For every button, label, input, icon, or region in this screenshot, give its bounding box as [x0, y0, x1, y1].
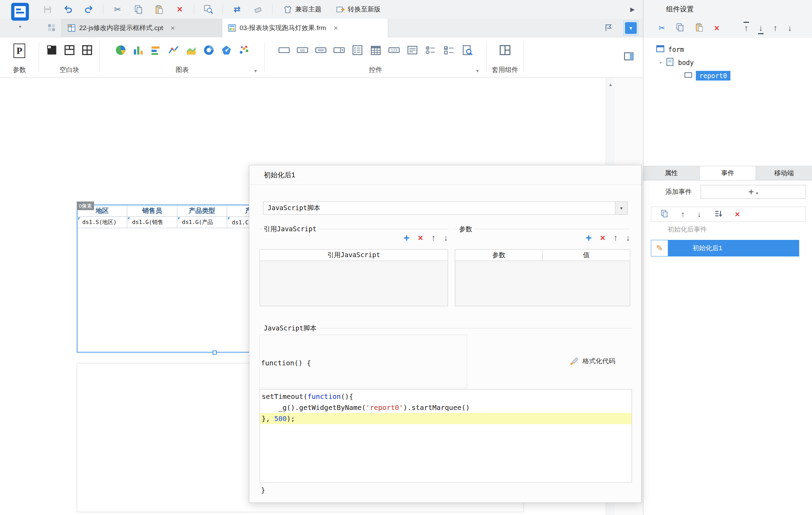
move-down-icon[interactable]: ↓: [444, 234, 448, 242]
tree-node-report0[interactable]: report0: [643, 69, 812, 82]
move-to-bottom-icon[interactable]: ↓: [759, 24, 763, 32]
tab-close-icon[interactable]: ×: [334, 24, 338, 32]
data-cell-product-type[interactable]: ds1.G(产品: [177, 217, 227, 228]
js-reference-table[interactable]: 引用JavaScript: [260, 249, 448, 306]
save-button[interactable]: [41, 2, 54, 17]
tab-mobile[interactable]: 移动端: [756, 166, 812, 180]
move-down-icon[interactable]: ↓: [697, 210, 701, 218]
number-widget-button[interactable]: 123: [388, 44, 400, 58]
scroll-up-icon[interactable]: ▲: [608, 82, 613, 87]
move-up-icon[interactable]: ↑: [614, 234, 618, 242]
params-table[interactable]: 参数 值: [455, 249, 630, 306]
add-event-button[interactable]: + ▾: [701, 185, 806, 199]
file-list-button[interactable]: [47, 23, 56, 34]
move-to-top-icon[interactable]: ↑: [744, 24, 748, 32]
cut-button[interactable]: ✂: [111, 2, 124, 17]
sort-icon[interactable]: [713, 209, 722, 220]
column-chart-button[interactable]: [132, 44, 144, 58]
header-cell-product-type[interactable]: 产品类型: [177, 205, 227, 217]
block-resize-handle[interactable]: [213, 350, 217, 355]
cut-icon[interactable]: ✂: [659, 24, 665, 33]
delete-icon[interactable]: ×: [600, 233, 605, 242]
data-cell-salesperson[interactable]: ds1.G(销售: [127, 217, 177, 228]
tree-node-body[interactable]: ▾ body: [643, 56, 812, 69]
tab-properties[interactable]: 属性: [643, 166, 700, 180]
apply-component-button[interactable]: [499, 44, 511, 58]
event-type-select[interactable]: JavaScript脚本 ▾: [263, 202, 628, 215]
area-chart-button[interactable]: [185, 44, 197, 58]
date-widget-button[interactable]: [370, 44, 382, 58]
undo-button[interactable]: [62, 2, 75, 17]
move-down-icon[interactable]: ↓: [788, 24, 792, 32]
gauge-chart-button[interactable]: [221, 44, 232, 58]
tab-frm-file[interactable]: 03-报表块实现跑马灯效果.frm ×: [222, 19, 388, 37]
toolbar-expand-button[interactable]: ▼: [623, 20, 638, 36]
copy-event-icon[interactable]: [660, 209, 669, 219]
move-up-icon[interactable]: ↑: [773, 24, 777, 32]
code-line-3-active[interactable]: }, 500);: [260, 413, 632, 424]
header-cell-salesperson[interactable]: 销售员: [127, 205, 177, 217]
code-token: },: [262, 414, 274, 423]
eraser-icon: [253, 5, 263, 14]
donut-chart-button[interactable]: [203, 44, 215, 58]
scatter-chart-button[interactable]: [238, 44, 250, 58]
convert-new-version-button[interactable]: 转换至新版: [333, 2, 384, 17]
textarea-widget-button[interactable]: [406, 44, 419, 58]
chart-group-expand-icon[interactable]: ▾: [254, 68, 257, 74]
float-window-button[interactable]: [604, 23, 613, 34]
compat-theme-button[interactable]: 兼容主题: [280, 2, 325, 17]
tab-label: 22-js修改内容提示框样式.cpt: [79, 24, 163, 32]
chevron-down-icon[interactable]: ▾: [615, 202, 627, 214]
clear-format-button[interactable]: [251, 2, 264, 17]
tab-cpt-file[interactable]: 22-js修改内容提示框样式.cpt ×: [62, 19, 222, 37]
delete-event-icon[interactable]: ×: [735, 209, 740, 219]
delete-button[interactable]: ×: [173, 2, 186, 17]
tab-close-icon[interactable]: ×: [171, 24, 175, 32]
code-line-2[interactable]: _g().getWidgetByName('report0').startMar…: [260, 402, 632, 413]
tree-collapse-icon[interactable]: ▾: [659, 60, 662, 65]
paste-button[interactable]: [152, 2, 166, 17]
move-up-icon[interactable]: ↑: [681, 210, 685, 218]
event-list-item-selected[interactable]: ✎ 初始化后1: [651, 240, 799, 256]
bar-chart-button[interactable]: [150, 44, 162, 58]
add-icon[interactable]: +: [586, 233, 592, 243]
radio-group-widget-button[interactable]: [424, 44, 437, 58]
js-reference-table-header: 引用JavaScript: [260, 250, 448, 261]
absolute-block-button[interactable]: [81, 44, 93, 58]
checkbox-group-widget-button[interactable]: [443, 44, 455, 58]
edit-event-button[interactable]: ✎: [651, 240, 668, 256]
tab-block-button[interactable]: [64, 44, 75, 58]
add-icon[interactable]: +: [403, 233, 410, 243]
combobox-widget-button[interactable]: [333, 44, 345, 58]
label-widget-button[interactable]: lab: [296, 44, 309, 58]
redo-button[interactable]: [82, 2, 95, 17]
tab-events[interactable]: 事件: [700, 166, 756, 180]
button-widget-button[interactable]: [315, 44, 327, 58]
delete-icon[interactable]: ×: [714, 23, 719, 33]
switch-view-button[interactable]: ⇄: [231, 2, 244, 17]
pie-chart-button[interactable]: [115, 44, 127, 58]
move-up-icon[interactable]: ↑: [431, 234, 436, 242]
textfield-widget-button[interactable]: [278, 44, 290, 58]
delete-icon[interactable]: ×: [418, 233, 423, 242]
app-logo[interactable]: ▾: [8, 2, 32, 29]
tree-node-form[interactable]: form: [643, 43, 812, 56]
format-code-button[interactable]: 格式化代码: [569, 354, 615, 369]
copy-button[interactable]: [132, 2, 145, 17]
parameter-pane-button[interactable]: P: [13, 44, 25, 58]
line-chart-button[interactable]: [168, 44, 179, 58]
panel-layout-button[interactable]: [624, 51, 634, 63]
widget-group-expand-icon[interactable]: ▾: [476, 68, 479, 74]
finereport-designer-window: ▾ ✂ × ⇄: [0, 0, 812, 515]
data-cell-region[interactable]: ds1.S(地区): [77, 217, 127, 228]
list-widget-button[interactable]: [351, 44, 364, 58]
collapse-panel-icon[interactable]: ▶: [630, 6, 635, 13]
paste-icon[interactable]: [695, 23, 704, 34]
move-down-icon[interactable]: ↓: [626, 234, 630, 242]
find-replace-button[interactable]: [202, 2, 215, 17]
code-line-1[interactable]: setTimeout(function(){: [260, 391, 632, 402]
code-editor[interactable]: setTimeout(function(){ _g().getWidgetByN…: [260, 389, 632, 483]
query-widget-button[interactable]: [461, 44, 474, 58]
copy-icon[interactable]: [675, 23, 684, 34]
report-block-button[interactable]: [46, 44, 58, 58]
